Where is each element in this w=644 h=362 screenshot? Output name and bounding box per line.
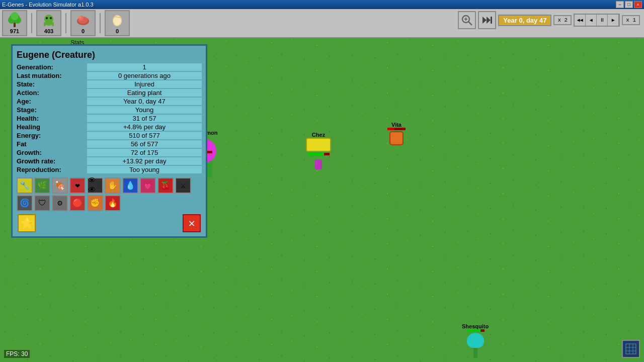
stats-panel: Eugene (Creature) Generation:1Last mutat… [11, 44, 207, 238]
stat-value-0: 1 [87, 63, 202, 71]
trait-icon-1[interactable]: 🔧 [17, 177, 33, 194]
stat-value-7: +4.8% per day [87, 123, 202, 131]
speed-controls: Year 0, day 47 x 2 ◀◀ ◀ ⏸ ▶ x 1 [458, 11, 640, 29]
meat-icon [75, 12, 91, 28]
stat-value-3: Eating plant [87, 89, 202, 97]
shesquito-area: Shesquito [462, 323, 489, 358]
svg-marker-21 [482, 17, 487, 24]
svg-rect-23 [491, 17, 492, 24]
stat-value-10: 72 of 175 [87, 149, 202, 156]
stats-rows: Generation:1Last mutation:0 generations … [17, 63, 202, 173]
icon-row-2: 🌀 🛡 ⚙ 🔴 ✊ 🔥 [17, 195, 202, 211]
minimap-button[interactable] [622, 340, 640, 358]
stat-row-11: Growth rate:+13.92 per day [17, 157, 202, 165]
step-forward-button[interactable]: ▶ [608, 15, 619, 26]
chez-label: Chez [312, 132, 325, 138]
stat-row-4: Age:Year 0, day 47 [17, 98, 202, 105]
svg-rect-9 [44, 22, 46, 26]
stat-label-9: Fat [17, 140, 87, 148]
toolbar-creatures[interactable]: 403 [36, 10, 61, 36]
stat-row-6: Health:31 of 57 [17, 115, 202, 122]
shesquito-label: Shesquito [462, 323, 489, 329]
trait-icon-13[interactable]: ⚙ [52, 195, 68, 211]
trait-icon-15[interactable]: ✊ [87, 195, 103, 211]
step-back-button[interactable]: ◀ [586, 15, 597, 26]
trait-icon-14[interactable]: 🔴 [69, 195, 86, 211]
stat-value-9: 56 of 577 [87, 140, 202, 148]
creature-title: Eugene (Creature) [17, 50, 202, 60]
trait-icon-3[interactable]: 🍖 [52, 177, 68, 194]
stat-row-2: State:Injured [17, 80, 202, 88]
stat-label-0: Generation: [17, 63, 87, 71]
meat-count: 0 [82, 28, 85, 34]
svg-line-18 [468, 22, 472, 25]
creature-icon [41, 12, 57, 28]
stat-row-10: Growth:72 of 175 [17, 149, 202, 156]
stat-value-1: 0 generations ago [87, 72, 202, 79]
svg-point-4 [11, 12, 19, 20]
trait-icon-4[interactable]: ❤️ [69, 177, 86, 194]
toolbar-divider-1 [31, 13, 32, 33]
stat-label-12: Reproduction: [17, 166, 87, 173]
vita-label: Vita [391, 122, 401, 128]
chez-area: Chez [306, 132, 331, 169]
trait-icon-5[interactable]: 👁👁 [87, 177, 103, 194]
icon-row-1: 🔧 🌿 🍖 ❤️ 👁👁 ✋ 💧 💗 🍒 ⚔ [17, 177, 202, 194]
stat-label-2: State: [17, 80, 87, 88]
trait-icon-11[interactable]: 🌀 [17, 195, 33, 211]
plant-count: 971 [10, 28, 19, 34]
stat-label-8: Energy: [17, 132, 87, 139]
trait-icon-8[interactable]: 💗 [140, 177, 156, 194]
panel-close-button[interactable]: ✕ [183, 214, 201, 232]
stat-value-12: Too young [87, 166, 202, 173]
toolbar-meat[interactable]: 0 [70, 10, 96, 36]
svg-marker-22 [487, 17, 491, 24]
stat-value-4: Year 0, day 47 [87, 98, 202, 105]
stat-label-5: Stage: [17, 106, 87, 114]
icon-grid: 🔧 🌿 🍖 ❤️ 👁👁 ✋ 💧 💗 🍒 ⚔ 🌀 🛡 ⚙ 🔴 ✊ 🔥 [17, 177, 202, 211]
svg-rect-10 [52, 22, 54, 26]
stat-row-1: Last mutation:0 generations ago [17, 72, 202, 79]
rewind-button[interactable]: ◀◀ [575, 15, 586, 26]
toolbar-divider-3 [100, 13, 101, 33]
trait-icon-16[interactable]: 🔥 [105, 195, 121, 211]
trait-icon-9[interactable]: 🍒 [157, 177, 174, 194]
close-window-button[interactable]: × [634, 1, 642, 8]
stat-row-9: Fat56 of 577 [17, 140, 202, 148]
play-pause-button[interactable]: ⏸ [597, 15, 608, 26]
minimize-button[interactable]: − [616, 1, 624, 8]
stat-value-11: +13.92 per day [87, 157, 202, 165]
svg-point-7 [46, 17, 48, 19]
svg-rect-24 [626, 344, 636, 354]
stat-row-3: Action:Eating plant [17, 89, 202, 97]
egg-count: 0 [116, 28, 119, 34]
zoom-button[interactable] [458, 11, 476, 29]
trait-icon-2[interactable]: 🌿 [34, 177, 50, 194]
toolbar-divider-2 [65, 13, 66, 33]
trait-icon-7[interactable]: 💧 [122, 177, 138, 194]
year-display: Year 0, day 47 [498, 15, 551, 26]
stat-label-6: Health: [17, 115, 87, 122]
maximize-button[interactable]: □ [625, 1, 633, 8]
stat-row-8: Energy:510 of 577 [17, 132, 202, 139]
stat-row-12: Reproduction:Too young [17, 166, 202, 173]
stat-value-6: 31 of 57 [87, 115, 202, 122]
trait-icon-10[interactable]: ⚔ [175, 177, 191, 194]
fps-display: FPS: 30 [4, 350, 30, 358]
stat-row-7: Healing+4.8% per day [17, 123, 202, 131]
stat-label-3: Action: [17, 89, 87, 97]
creature-count: 403 [44, 28, 53, 34]
stat-value-2: Injured [87, 80, 202, 88]
star-button[interactable]: ⭐ [18, 214, 36, 232]
fast-forward-button[interactable] [478, 11, 496, 29]
stat-row-5: Stage:Young [17, 106, 202, 114]
trait-icon-6[interactable]: ✋ [105, 177, 121, 194]
playback-controls: ◀◀ ◀ ⏸ ▶ [574, 14, 620, 27]
toolbar-eggs[interactable]: 0 [105, 10, 130, 36]
trait-icon-12[interactable]: 🛡 [34, 195, 50, 211]
toolbar-plants[interactable]: 971 [2, 10, 27, 36]
svg-point-8 [50, 17, 52, 19]
stat-label-1: Last mutation: [17, 72, 87, 79]
stat-label-7: Healing [17, 123, 87, 131]
vita-area: Vita [387, 122, 406, 145]
